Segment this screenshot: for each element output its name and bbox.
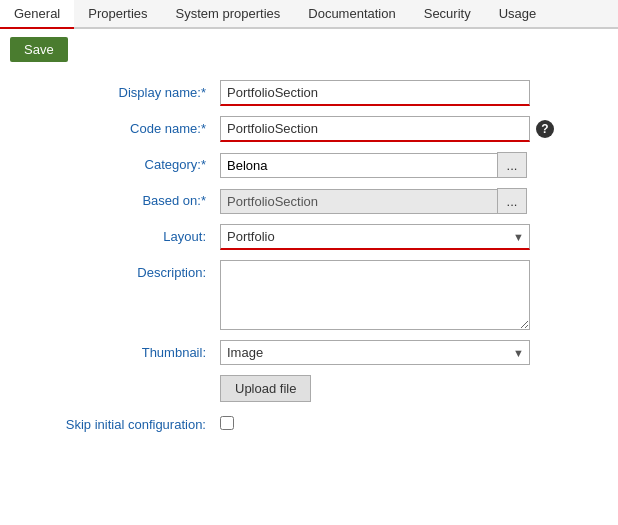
tab-usage[interactable]: Usage (485, 0, 551, 27)
skip-checkbox[interactable] (220, 416, 234, 430)
tab-bar: General Properties System properties Doc… (0, 0, 618, 29)
description-label: Description: (20, 260, 220, 280)
upload-control: Upload file (220, 375, 598, 402)
display-name-label: Display name:* (20, 80, 220, 100)
skip-label: Skip initial configuration: (20, 412, 220, 432)
based-on-input (220, 189, 498, 214)
thumbnail-control: Image None ▼ (220, 340, 598, 365)
category-label: Category:* (20, 152, 220, 172)
layout-select[interactable]: Portfolio Default Custom (220, 224, 530, 250)
upload-label-spacer (20, 375, 220, 380)
code-name-control: ? (220, 116, 598, 142)
category-input[interactable] (220, 153, 498, 178)
thumbnail-row: Thumbnail: Image None ▼ (20, 340, 598, 365)
tab-documentation[interactable]: Documentation (294, 0, 409, 27)
code-name-input[interactable] (220, 116, 530, 142)
based-on-label: Based on:* (20, 188, 220, 208)
toolbar: Save (0, 29, 618, 70)
based-on-browse-button[interactable]: ... (497, 188, 527, 214)
description-control (220, 260, 598, 330)
tab-system-properties[interactable]: System properties (162, 0, 295, 27)
category-browse-button[interactable]: ... (497, 152, 527, 178)
help-icon[interactable]: ? (536, 120, 554, 138)
category-row: Category:* ... (20, 152, 598, 178)
thumbnail-select[interactable]: Image None (220, 340, 530, 365)
tab-general[interactable]: General (0, 0, 74, 27)
display-name-row: Display name:* (20, 80, 598, 106)
layout-select-wrap: Portfolio Default Custom ▼ (220, 224, 530, 250)
display-name-control (220, 80, 598, 106)
skip-row: Skip initial configuration: (20, 412, 598, 432)
description-textarea[interactable] (220, 260, 530, 330)
based-on-control: ... (220, 188, 598, 214)
tab-security[interactable]: Security (410, 0, 485, 27)
tab-properties[interactable]: Properties (74, 0, 161, 27)
layout-label: Layout: (20, 224, 220, 244)
thumbnail-label: Thumbnail: (20, 340, 220, 360)
code-name-row: Code name:* ? (20, 116, 598, 142)
form: Display name:* Code name:* ? Category:* … (0, 70, 618, 462)
layout-row: Layout: Portfolio Default Custom ▼ (20, 224, 598, 250)
code-name-label: Code name:* (20, 116, 220, 136)
skip-control (220, 412, 598, 430)
description-row: Description: (20, 260, 598, 330)
based-on-row: Based on:* ... (20, 188, 598, 214)
thumbnail-select-wrap: Image None ▼ (220, 340, 530, 365)
layout-control: Portfolio Default Custom ▼ (220, 224, 598, 250)
save-button[interactable]: Save (10, 37, 68, 62)
upload-row: Upload file (20, 375, 598, 402)
display-name-input[interactable] (220, 80, 530, 106)
category-control: ... (220, 152, 598, 178)
upload-button[interactable]: Upload file (220, 375, 311, 402)
